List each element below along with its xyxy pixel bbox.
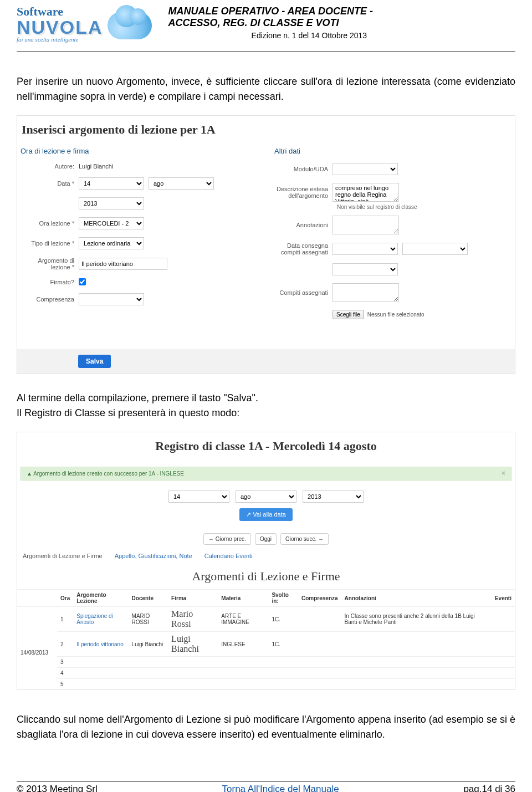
- select-compiti-month[interactable]: [402, 243, 468, 255]
- close-icon[interactable]: ×: [502, 469, 505, 477]
- cell-argomento[interactable]: Spiegazione di Ariosto: [73, 607, 128, 632]
- cell-argomento[interactable]: [73, 679, 128, 690]
- label-compiti-data: Data consegna compiti assegnati: [274, 242, 332, 256]
- cell-firma: Luigi Bianchi: [168, 632, 218, 657]
- header-divider: [17, 52, 515, 52]
- tab-appello[interactable]: Appello, Giustificazioni, Note: [115, 553, 192, 559]
- form-title: Inserisci argomento di lezione per 1A: [17, 116, 515, 147]
- cell-ora: 5: [57, 679, 73, 690]
- cell-compresenza: [298, 607, 341, 632]
- textarea-annot[interactable]: [332, 216, 399, 234]
- note-visibility: Non visibile sul registro di classe: [337, 204, 511, 210]
- footer-page-number: pag.14 di 36: [463, 784, 515, 792]
- label-tipo: Tipo di lezione *: [21, 240, 79, 247]
- paragraph-salva: Al termine della compilazione, premere i…: [17, 392, 258, 403]
- col-docente: Docente: [129, 590, 168, 607]
- cell-compresenza: [298, 668, 341, 679]
- cell-eventi: [492, 607, 515, 632]
- cell-ora: 4: [57, 668, 73, 679]
- cell-ora: 1: [57, 607, 73, 632]
- cell-compresenza: [298, 657, 341, 668]
- logo: Software NUVOLA fai una scelta intellige…: [17, 6, 152, 43]
- cell-ora: 3: [57, 657, 73, 668]
- doc-title-line2: ACCESSO, REG. DI CLASSE E VOTI: [168, 17, 515, 29]
- cell-eventi: [492, 657, 515, 668]
- cell-argomento[interactable]: Il periodo vittoriano: [73, 632, 128, 657]
- label-annot: Annotazioni: [274, 222, 332, 228]
- select-ora[interactable]: MERCOLEDI - 2: [79, 217, 144, 229]
- tab-calendario[interactable]: Calendario Eventi: [204, 553, 253, 559]
- paragraph-registro: Il Registro di Classe si presenterà in q…: [17, 407, 239, 418]
- doc-edition: Edizione n. 1 del 14 Ottobre 2013: [168, 31, 515, 40]
- screenshot-registro: Registro di classe 1A - Mercoledì 14 ago…: [17, 432, 515, 690]
- select-day[interactable]: 14: [79, 177, 144, 190]
- select-month[interactable]: ago: [149, 177, 214, 190]
- col-ora: Ora: [57, 590, 73, 607]
- page-header: Software NUVOLA fai una scelta intellige…: [17, 0, 515, 47]
- textarea-compiti[interactable]: [332, 283, 399, 302]
- screenshot-insert-form: Inserisci argomento di lezione per 1A Or…: [17, 115, 515, 374]
- label-ora: Ora lezione *: [21, 220, 79, 227]
- registro-title: Registro di classe 1A - Mercoledì 14 ago…: [17, 432, 515, 463]
- checkbox-firmato[interactable]: [79, 278, 86, 285]
- cell-eventi: [492, 679, 515, 690]
- label-compiti: Compiti assegnati: [274, 289, 332, 296]
- paragraph-modify: Cliccando sul nome dell'Argomento di Lez…: [17, 712, 515, 742]
- table-row: 14/08/20131Spiegazione di AriostoMARIO R…: [17, 607, 515, 632]
- label-data: Data *: [21, 180, 79, 187]
- col-annotazioni: Annotazioni: [341, 590, 492, 607]
- textarea-desc[interactable]: compreso nel lungo regno della Regina Vi…: [332, 183, 399, 202]
- label-modulo: Modulo/UDA: [274, 166, 332, 172]
- prev-day-button[interactable]: ← Giorno prec.: [203, 533, 251, 545]
- logo-tagline: fai una scelta intelligente: [17, 37, 103, 43]
- cell-docente: [129, 679, 168, 690]
- label-firmato: Firmato?: [21, 279, 79, 285]
- label-desc: Descrizione estesa dell'argomento: [274, 186, 332, 199]
- select-tipo[interactable]: Lezione ordinaria: [79, 237, 144, 249]
- select-compiti-day[interactable]: [332, 243, 398, 255]
- cell-svolto: 1C.: [268, 607, 298, 632]
- cell-svolto: [268, 679, 298, 690]
- right-section-title: Altri dati: [274, 147, 511, 155]
- table-row: 4: [17, 668, 515, 679]
- alert-icon: ▲: [27, 471, 33, 477]
- cell-eventi: [492, 632, 515, 657]
- today-button[interactable]: Oggi: [255, 533, 277, 545]
- reg-select-day[interactable]: 14: [168, 490, 229, 503]
- reg-select-month[interactable]: ago: [236, 490, 296, 503]
- cell-svolto: 1C.: [268, 632, 298, 657]
- cell-svolto: [268, 668, 298, 679]
- left-section-title: Ora di lezione e firma: [21, 147, 258, 155]
- select-year[interactable]: 2013: [79, 197, 144, 210]
- reg-select-year[interactable]: 2013: [303, 490, 364, 503]
- cell-firma: Mario Rossi: [168, 607, 218, 632]
- vai-alla-data-button[interactable]: ↗ Vai alla data: [239, 508, 293, 521]
- choose-file-button[interactable]: Scegli file: [332, 310, 364, 319]
- cell-materia: [218, 679, 268, 690]
- paragraph-intro: Per inserire un nuovo Argomento, invece,…: [17, 74, 515, 104]
- file-none-text: Nessun file selezionato: [367, 311, 424, 318]
- select-compiti-year[interactable]: [332, 263, 398, 275]
- cell-docente: [129, 657, 168, 668]
- cell-docente: Luigi Bianchi: [129, 632, 168, 657]
- cell-annotazioni: In Classe sono presenti anche 2 alunni d…: [341, 607, 492, 632]
- salva-button[interactable]: Salva: [78, 355, 111, 368]
- cell-materia: INGLESE: [218, 632, 268, 657]
- next-day-button[interactable]: Giorno succ. →: [280, 533, 329, 545]
- select-modulo[interactable]: [332, 163, 398, 175]
- select-compresenza[interactable]: [79, 293, 144, 305]
- label-compresenza: Compresenza: [21, 296, 79, 303]
- cell-materia: ARTE E IMMAGINE: [218, 607, 268, 632]
- tab-argomenti[interactable]: Argomenti di Lezione e Firme: [23, 553, 103, 559]
- logo-software: Software: [17, 6, 103, 18]
- date-side: 14/08/2013: [17, 607, 57, 690]
- cell-argomento[interactable]: [73, 657, 128, 668]
- table-row: 2Il periodo vittorianoLuigi BianchiLuigi…: [17, 632, 515, 657]
- cell-annotazioni: [341, 668, 492, 679]
- cell-argomento[interactable]: [73, 668, 128, 679]
- footer-index-link[interactable]: Torna All'Indice del Manuale: [222, 784, 339, 792]
- cell-firma: [168, 668, 218, 679]
- input-argomento[interactable]: [79, 258, 167, 270]
- cell-eventi: [492, 668, 515, 679]
- cell-annotazioni: [341, 679, 492, 690]
